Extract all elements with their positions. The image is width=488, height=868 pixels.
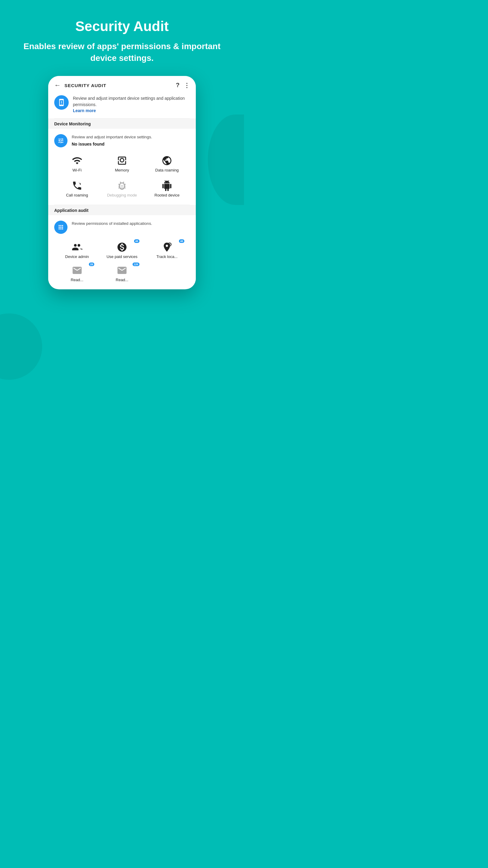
read2-item[interactable]: 126 Read... [100,262,143,284]
back-button[interactable]: ← [54,82,61,89]
paid-services-label: Use paid services [107,254,138,259]
info-icon [54,95,69,110]
debug-item[interactable]: Debugging mode [100,177,143,199]
app-icon-circle [54,221,67,234]
read1-label: Read... [71,278,84,283]
rooted-device-item[interactable]: Rooted device [145,177,189,199]
card-description: Review and adjust important device setti… [72,134,152,147]
paid-badge: 46 [134,239,139,243]
call-roaming-label: Call roaming [66,193,88,198]
device-icon-grid: Wi-Fi Memory Data roaming [54,152,190,199]
device-monitoring-card: Review and adjust important device setti… [48,129,196,204]
app-audit-card: Review permissions of installed applicat… [48,216,196,289]
read2-badge: 126 [133,262,139,266]
location-badge: 46 [179,239,184,243]
app-bar: ← SECURITY AUDIT ? ⋮ [48,76,196,92]
phone-mockup: ← SECURITY AUDIT ? ⋮ Review and adjust i… [48,76,196,289]
read2-label: Read... [116,278,128,283]
wifi-item[interactable]: Wi-Fi [56,152,98,174]
call-roaming-item[interactable]: Call roaming [56,177,98,199]
wifi-icon [72,155,83,166]
paid-icon [117,242,127,253]
empty-item [145,262,189,284]
data-roaming-item[interactable]: Data roaming [145,152,189,174]
location-icon [161,242,172,253]
grid-icon [58,224,64,230]
app-audit-header: Review permissions of installed applicat… [54,221,190,234]
track-location-item[interactable]: 46 Track loca... [145,239,189,261]
app-audit-text: Review permissions of installed applicat… [72,221,152,227]
help-button[interactable]: ? [176,82,180,89]
status-badge: No issues found [72,141,152,147]
read1-icon [72,265,83,276]
background: Security Audit Enables review of apps' p… [0,0,244,434]
smartphone-icon [58,98,65,106]
settings-icon-circle [54,134,67,147]
memory-item[interactable]: Memory [100,152,143,174]
app-audit-label: Application audit [48,205,196,215]
track-location-label: Track loca... [156,254,177,259]
app-row2: 26 Read... 126 Read... [54,262,190,284]
call-roaming-icon [72,180,83,191]
app-bar-title: SECURITY AUDIT [64,83,176,88]
paid-services-item[interactable]: 46 Use paid services [100,239,143,261]
data-roaming-label: Data roaming [155,168,178,173]
info-description: Review and adjust important device setti… [73,96,185,107]
header-section: Security Audit Enables review of apps' p… [0,0,244,76]
rooted-device-label: Rooted device [155,193,180,198]
app-icon-grid: Device admin 46 Use paid services 46 [54,239,190,261]
main-subtitle: Enables review of apps' permissions & im… [18,40,226,64]
more-button[interactable]: ⋮ [184,82,190,89]
android-icon [161,180,172,191]
settings-icon [58,137,64,144]
device-admin-item[interactable]: Device admin [56,239,98,261]
memory-icon [117,155,127,166]
learn-more-link[interactable]: Learn more [73,108,96,113]
app-bar-icons: ? ⋮ [176,82,190,89]
card-header: Review and adjust important device setti… [54,134,190,147]
debug-label: Debugging mode [107,193,137,198]
info-row: Review and adjust important device setti… [48,92,196,118]
main-title: Security Audit [18,18,226,34]
device-admin-label: Device admin [65,254,89,259]
device-admin-icon [72,242,83,253]
bg-curve-right [208,115,244,205]
read2-icon [117,265,127,276]
wifi-label: Wi-Fi [73,168,82,173]
read1-badge: 26 [89,262,94,266]
device-monitoring-label: Device Monitoring [48,119,196,129]
memory-label: Memory [115,168,129,173]
read1-item[interactable]: 26 Read... [56,262,98,284]
data-roaming-icon [161,155,172,166]
info-text-block: Review and adjust important device setti… [73,95,190,113]
debug-icon [117,180,127,191]
bg-curve-left [0,313,42,380]
